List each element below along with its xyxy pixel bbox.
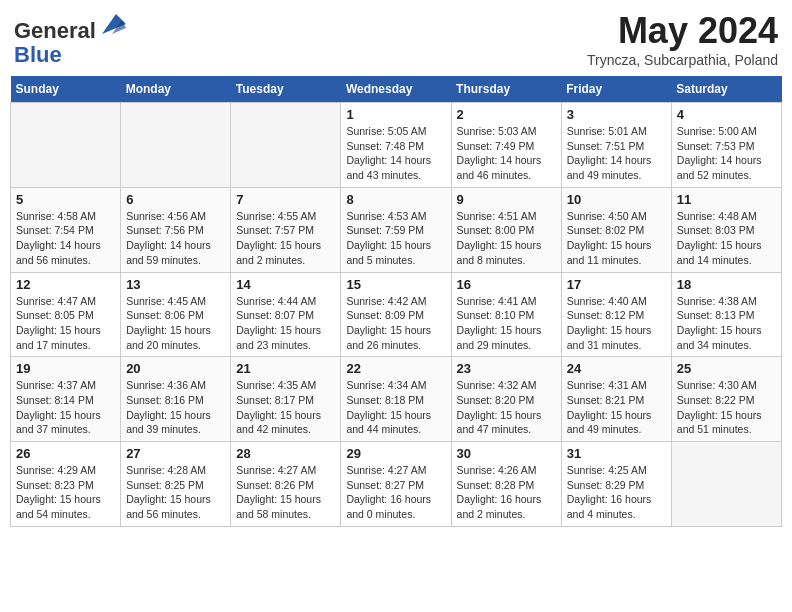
day-info: Sunrise: 4:34 AMSunset: 8:18 PMDaylight:…	[346, 378, 445, 437]
day-number: 17	[567, 277, 666, 292]
day-number: 7	[236, 192, 335, 207]
day-number: 5	[16, 192, 115, 207]
calendar-cell: 6Sunrise: 4:56 AMSunset: 7:56 PMDaylight…	[121, 187, 231, 272]
day-number: 29	[346, 446, 445, 461]
day-info: Sunrise: 4:35 AMSunset: 8:17 PMDaylight:…	[236, 378, 335, 437]
day-info: Sunrise: 4:37 AMSunset: 8:14 PMDaylight:…	[16, 378, 115, 437]
day-info: Sunrise: 4:27 AMSunset: 8:27 PMDaylight:…	[346, 463, 445, 522]
calendar-cell: 20Sunrise: 4:36 AMSunset: 8:16 PMDayligh…	[121, 357, 231, 442]
title-block: May 2024 Tryncza, Subcarpathia, Poland	[587, 10, 778, 68]
day-number: 6	[126, 192, 225, 207]
calendar-cell: 30Sunrise: 4:26 AMSunset: 8:28 PMDayligh…	[451, 442, 561, 527]
day-number: 26	[16, 446, 115, 461]
day-number: 31	[567, 446, 666, 461]
day-number: 1	[346, 107, 445, 122]
day-info: Sunrise: 4:45 AMSunset: 8:06 PMDaylight:…	[126, 294, 225, 353]
day-number: 20	[126, 361, 225, 376]
calendar-cell: 21Sunrise: 4:35 AMSunset: 8:17 PMDayligh…	[231, 357, 341, 442]
day-number: 2	[457, 107, 556, 122]
day-info: Sunrise: 4:29 AMSunset: 8:23 PMDaylight:…	[16, 463, 115, 522]
day-number: 18	[677, 277, 776, 292]
day-info: Sunrise: 4:50 AMSunset: 8:02 PMDaylight:…	[567, 209, 666, 268]
calendar-cell: 27Sunrise: 4:28 AMSunset: 8:25 PMDayligh…	[121, 442, 231, 527]
day-info: Sunrise: 5:03 AMSunset: 7:49 PMDaylight:…	[457, 124, 556, 183]
week-row-2: 5Sunrise: 4:58 AMSunset: 7:54 PMDaylight…	[11, 187, 782, 272]
calendar-cell: 16Sunrise: 4:41 AMSunset: 8:10 PMDayligh…	[451, 272, 561, 357]
calendar-cell: 10Sunrise: 4:50 AMSunset: 8:02 PMDayligh…	[561, 187, 671, 272]
day-number: 28	[236, 446, 335, 461]
day-number: 16	[457, 277, 556, 292]
day-header-saturday: Saturday	[671, 76, 781, 103]
calendar-cell: 3Sunrise: 5:01 AMSunset: 7:51 PMDaylight…	[561, 103, 671, 188]
location: Tryncza, Subcarpathia, Poland	[587, 52, 778, 68]
day-info: Sunrise: 4:27 AMSunset: 8:26 PMDaylight:…	[236, 463, 335, 522]
day-info: Sunrise: 4:38 AMSunset: 8:13 PMDaylight:…	[677, 294, 776, 353]
calendar-cell: 29Sunrise: 4:27 AMSunset: 8:27 PMDayligh…	[341, 442, 451, 527]
day-number: 11	[677, 192, 776, 207]
day-info: Sunrise: 4:25 AMSunset: 8:29 PMDaylight:…	[567, 463, 666, 522]
days-header-row: SundayMondayTuesdayWednesdayThursdayFrid…	[11, 76, 782, 103]
day-number: 15	[346, 277, 445, 292]
calendar-cell: 28Sunrise: 4:27 AMSunset: 8:26 PMDayligh…	[231, 442, 341, 527]
day-number: 10	[567, 192, 666, 207]
day-info: Sunrise: 4:32 AMSunset: 8:20 PMDaylight:…	[457, 378, 556, 437]
day-info: Sunrise: 4:58 AMSunset: 7:54 PMDaylight:…	[16, 209, 115, 268]
calendar-cell	[231, 103, 341, 188]
logo-blue: Blue	[14, 42, 62, 67]
logo: General Blue	[14, 10, 126, 67]
day-number: 21	[236, 361, 335, 376]
day-header-friday: Friday	[561, 76, 671, 103]
day-info: Sunrise: 4:55 AMSunset: 7:57 PMDaylight:…	[236, 209, 335, 268]
calendar-cell: 17Sunrise: 4:40 AMSunset: 8:12 PMDayligh…	[561, 272, 671, 357]
day-info: Sunrise: 4:53 AMSunset: 7:59 PMDaylight:…	[346, 209, 445, 268]
calendar-cell	[121, 103, 231, 188]
day-info: Sunrise: 4:56 AMSunset: 7:56 PMDaylight:…	[126, 209, 225, 268]
day-header-thursday: Thursday	[451, 76, 561, 103]
calendar-cell: 31Sunrise: 4:25 AMSunset: 8:29 PMDayligh…	[561, 442, 671, 527]
calendar-cell: 19Sunrise: 4:37 AMSunset: 8:14 PMDayligh…	[11, 357, 121, 442]
day-number: 27	[126, 446, 225, 461]
day-number: 9	[457, 192, 556, 207]
day-info: Sunrise: 4:26 AMSunset: 8:28 PMDaylight:…	[457, 463, 556, 522]
calendar-table: SundayMondayTuesdayWednesdayThursdayFrid…	[10, 76, 782, 527]
calendar-cell: 24Sunrise: 4:31 AMSunset: 8:21 PMDayligh…	[561, 357, 671, 442]
calendar-cell: 22Sunrise: 4:34 AMSunset: 8:18 PMDayligh…	[341, 357, 451, 442]
day-number: 14	[236, 277, 335, 292]
day-info: Sunrise: 4:40 AMSunset: 8:12 PMDaylight:…	[567, 294, 666, 353]
week-row-3: 12Sunrise: 4:47 AMSunset: 8:05 PMDayligh…	[11, 272, 782, 357]
day-info: Sunrise: 4:47 AMSunset: 8:05 PMDaylight:…	[16, 294, 115, 353]
day-info: Sunrise: 4:28 AMSunset: 8:25 PMDaylight:…	[126, 463, 225, 522]
logo-icon	[98, 10, 126, 38]
day-number: 24	[567, 361, 666, 376]
day-number: 25	[677, 361, 776, 376]
day-info: Sunrise: 4:31 AMSunset: 8:21 PMDaylight:…	[567, 378, 666, 437]
day-number: 13	[126, 277, 225, 292]
calendar-cell: 2Sunrise: 5:03 AMSunset: 7:49 PMDaylight…	[451, 103, 561, 188]
calendar-cell: 15Sunrise: 4:42 AMSunset: 8:09 PMDayligh…	[341, 272, 451, 357]
day-header-wednesday: Wednesday	[341, 76, 451, 103]
calendar-cell: 25Sunrise: 4:30 AMSunset: 8:22 PMDayligh…	[671, 357, 781, 442]
calendar-cell: 9Sunrise: 4:51 AMSunset: 8:00 PMDaylight…	[451, 187, 561, 272]
day-number: 30	[457, 446, 556, 461]
logo-general: General	[14, 18, 96, 43]
calendar-cell: 26Sunrise: 4:29 AMSunset: 8:23 PMDayligh…	[11, 442, 121, 527]
calendar-cell: 18Sunrise: 4:38 AMSunset: 8:13 PMDayligh…	[671, 272, 781, 357]
day-info: Sunrise: 4:48 AMSunset: 8:03 PMDaylight:…	[677, 209, 776, 268]
day-info: Sunrise: 4:36 AMSunset: 8:16 PMDaylight:…	[126, 378, 225, 437]
calendar-cell: 13Sunrise: 4:45 AMSunset: 8:06 PMDayligh…	[121, 272, 231, 357]
day-info: Sunrise: 4:41 AMSunset: 8:10 PMDaylight:…	[457, 294, 556, 353]
day-info: Sunrise: 4:42 AMSunset: 8:09 PMDaylight:…	[346, 294, 445, 353]
day-info: Sunrise: 4:30 AMSunset: 8:22 PMDaylight:…	[677, 378, 776, 437]
calendar-cell: 8Sunrise: 4:53 AMSunset: 7:59 PMDaylight…	[341, 187, 451, 272]
day-info: Sunrise: 5:01 AMSunset: 7:51 PMDaylight:…	[567, 124, 666, 183]
calendar-cell	[11, 103, 121, 188]
day-info: Sunrise: 5:05 AMSunset: 7:48 PMDaylight:…	[346, 124, 445, 183]
calendar-cell: 7Sunrise: 4:55 AMSunset: 7:57 PMDaylight…	[231, 187, 341, 272]
day-header-sunday: Sunday	[11, 76, 121, 103]
calendar-cell: 1Sunrise: 5:05 AMSunset: 7:48 PMDaylight…	[341, 103, 451, 188]
day-info: Sunrise: 4:44 AMSunset: 8:07 PMDaylight:…	[236, 294, 335, 353]
calendar-cell: 11Sunrise: 4:48 AMSunset: 8:03 PMDayligh…	[671, 187, 781, 272]
day-number: 22	[346, 361, 445, 376]
calendar-cell: 14Sunrise: 4:44 AMSunset: 8:07 PMDayligh…	[231, 272, 341, 357]
day-number: 23	[457, 361, 556, 376]
